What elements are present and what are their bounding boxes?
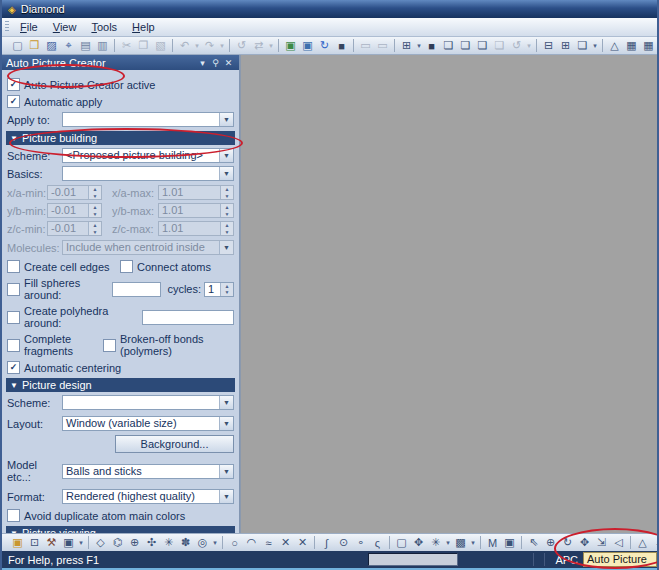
open-file-icon[interactable]: ❒ <box>26 38 43 53</box>
menubar-grip[interactable] <box>5 21 9 33</box>
format-combobox[interactable]: Rendered (highest quality) ▼ <box>62 489 234 504</box>
center-mode-icon[interactable]: ⊕ <box>542 535 559 550</box>
background-button[interactable]: Background... <box>115 435 234 453</box>
datasheet-icon[interactable]: ▦ <box>623 38 640 53</box>
panel-pin-icon[interactable]: ⚲ <box>209 58 222 68</box>
create-polyhedra-checkbox[interactable] <box>7 311 20 324</box>
active-checkbox[interactable]: ✓ <box>7 78 20 91</box>
find-icon[interactable]: ⌖ <box>60 38 77 53</box>
page-1-icon[interactable]: ❏ <box>440 38 457 53</box>
status-apc-indicator[interactable]: APC <box>550 554 583 566</box>
lattice-icon[interactable]: ✳ <box>160 535 177 550</box>
page-2-icon[interactable]: ❏ <box>457 38 474 53</box>
connect-atoms-checkbox[interactable] <box>120 260 133 273</box>
picture-dark-icon[interactable]: ■ <box>333 38 350 53</box>
render-icon[interactable]: ■ <box>423 38 440 53</box>
layout-grid-icon[interactable]: ⊞ <box>398 38 415 53</box>
layout-dropdown-icon[interactable]: ▼ <box>219 417 233 430</box>
basics-combobox[interactable]: ▼ <box>62 166 234 181</box>
symmetry-icon[interactable]: ς <box>369 535 386 550</box>
resize-mode-icon[interactable]: ⇲ <box>593 535 610 550</box>
complete-fragments-checkbox[interactable] <box>7 339 20 352</box>
pointer-mode-icon[interactable]: ⇖ <box>525 535 542 550</box>
apply-to-combobox[interactable]: ▼ <box>62 112 234 127</box>
broken-off-bonds-checkbox[interactable] <box>103 339 116 352</box>
tile-icon[interactable]: ⊟ <box>540 38 557 53</box>
brilliance-icon[interactable]: ☼ <box>651 535 659 550</box>
window-dropdown-icon[interactable]: ▾ <box>591 38 599 53</box>
building-scheme-combobox[interactable]: <Proposed picture building> ▼ <box>62 148 234 163</box>
select-frame-icon[interactable]: ⊡ <box>26 535 43 550</box>
picture-mode-icon[interactable]: ▣ <box>60 535 77 550</box>
benzene-ring-icon[interactable]: ⌬ <box>109 535 126 550</box>
section-picture-viewing[interactable]: ▼ Picture viewing <box>6 526 235 533</box>
menu-tools[interactable]: Tools <box>84 20 124 34</box>
center-icon[interactable]: ◎ <box>194 535 211 550</box>
design-scheme-combobox[interactable]: ▼ <box>62 395 234 410</box>
atom-small-icon[interactable]: ∘ <box>352 535 369 550</box>
panel-menu-dropdown-icon[interactable]: ▾ <box>196 58 209 68</box>
create-cell-edges-checkbox[interactable] <box>7 260 20 273</box>
destroy-icon[interactable]: ✕ <box>277 535 294 550</box>
photo-icon[interactable]: ▩ <box>452 535 469 550</box>
ring-icon[interactable]: ⊙ <box>335 535 352 550</box>
destroy-all-icon[interactable]: ✕ <box>294 535 311 550</box>
powder-icon[interactable]: △ <box>634 535 651 550</box>
automatic-centering-checkbox[interactable]: ✓ <box>7 361 20 374</box>
save-icon[interactable]: ▨ <box>43 38 60 53</box>
polygon-icon[interactable]: ◇ <box>92 535 109 550</box>
star-icon[interactable]: ✳ <box>427 535 444 550</box>
chain-icon[interactable]: ✣ <box>143 535 160 550</box>
menu-help[interactable]: Help <box>125 20 162 34</box>
basics-dropdown-icon[interactable]: ▼ <box>219 167 233 180</box>
move-mode-icon[interactable]: ✥ <box>576 535 593 550</box>
bond-icon[interactable]: ∫ <box>318 535 335 550</box>
picture-restore-icon[interactable]: ↻ <box>316 38 333 53</box>
drawing-workspace[interactable] <box>240 55 657 533</box>
format-dropdown-icon[interactable]: ▼ <box>219 490 233 503</box>
new-window-icon[interactable]: ❏ <box>574 38 591 53</box>
rotate-mode-icon[interactable]: ↻ <box>559 535 576 550</box>
panel-close-icon[interactable]: ✕ <box>222 58 235 68</box>
menu-file[interactable]: File <box>13 20 45 34</box>
legend-icon[interactable]: ▣ <box>501 535 518 550</box>
layout-combobox[interactable]: Window (variable size) ▼ <box>62 416 234 431</box>
print-icon[interactable]: ▥ <box>94 38 111 53</box>
automatic-apply-checkbox[interactable]: ✓ <box>7 95 20 108</box>
table-icon[interactable]: ▦ <box>640 38 657 53</box>
arc-icon[interactable]: ◠ <box>243 535 260 550</box>
expand-icon[interactable]: ✥ <box>410 535 427 550</box>
chart-icon[interactable]: △ <box>606 38 623 53</box>
back-mode-icon[interactable]: ◁ <box>610 535 627 550</box>
title-bar[interactable]: ◈ Diamond <box>2 0 657 18</box>
page-setup-icon[interactable]: ▤ <box>77 38 94 53</box>
measure-m-icon[interactable]: M <box>484 535 501 550</box>
design-scheme-dropdown-icon[interactable]: ▼ <box>219 396 233 409</box>
build-tools-icon[interactable]: ⚒ <box>43 535 60 550</box>
building-scheme-dropdown-icon[interactable]: ▼ <box>219 149 233 162</box>
cluster-icon[interactable]: ✽ <box>177 535 194 550</box>
fill-spheres-checkbox[interactable] <box>7 283 20 296</box>
picture-create-icon[interactable]: ▣ <box>9 535 26 550</box>
menu-view[interactable]: View <box>46 20 84 34</box>
curve-icon[interactable]: ≈ <box>260 535 277 550</box>
circle-icon[interactable]: ○ <box>226 535 243 550</box>
star-dropdown-icon[interactable]: ▾ <box>444 535 452 550</box>
section-picture-design[interactable]: ▼ Picture design <box>6 378 235 392</box>
model-etc-combobox[interactable]: Balls and sticks ▼ <box>62 464 234 479</box>
center-dropdown-icon[interactable]: ▾ <box>211 535 219 550</box>
new-file-icon[interactable]: ▢ <box>9 38 26 53</box>
apply-to-dropdown-icon[interactable]: ▼ <box>219 113 233 126</box>
layout-dropdown-icon[interactable]: ▾ <box>415 38 423 53</box>
photo-dropdown-icon[interactable]: ▾ <box>469 535 477 550</box>
page-3-icon[interactable]: ❏ <box>474 38 491 53</box>
model-etc-dropdown-icon[interactable]: ▼ <box>219 465 233 478</box>
avoid-duplicate-checkbox[interactable] <box>7 509 20 522</box>
panel-header[interactable]: Auto Picture Creator ▾ ⚲ ✕ <box>2 55 239 70</box>
picture-open-icon[interactable]: ▣ <box>299 38 316 53</box>
cascade-icon[interactable]: ⊞ <box>557 38 574 53</box>
section-picture-building[interactable]: ▼ Picture building <box>6 131 235 145</box>
cell-box-icon[interactable]: ▢ <box>393 535 410 550</box>
picture-mode-dropdown-icon[interactable]: ▾ <box>77 535 85 550</box>
picture-new-icon[interactable]: ▣ <box>282 38 299 53</box>
